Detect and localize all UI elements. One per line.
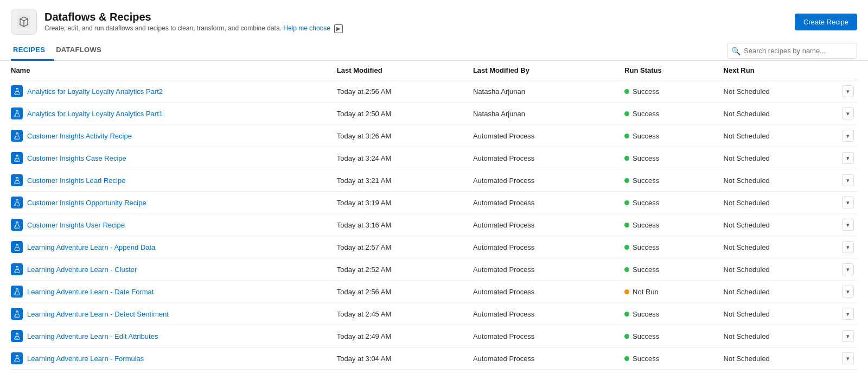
row-dropdown-button[interactable]: ▾: [842, 130, 854, 142]
recipe-icon: [11, 241, 23, 253]
name-cell-content: Customer Insights Opportunity Recipe: [11, 197, 328, 208]
recipe-link[interactable]: Learning Adventure Learn - Date Format: [27, 288, 154, 296]
flask-icon: [14, 244, 21, 251]
next-run-cell: Not Scheduled: [719, 303, 838, 325]
recipe-link[interactable]: Learning Adventure Learn - Edit Attribut…: [27, 332, 158, 340]
name-cell-content: Learning Adventure Learn - Cluster: [11, 263, 328, 275]
recipe-link[interactable]: Customer Insights Activity Recipe: [27, 132, 132, 140]
last-modified-cell: Today at 2:49 AM: [333, 325, 469, 347]
last-modified-by-cell: Natasha Arjunan: [469, 103, 620, 125]
search-input[interactable]: [727, 43, 857, 59]
flask-icon: [14, 110, 21, 117]
action-cell: ▾: [838, 258, 857, 281]
recipe-link[interactable]: Customer Insights Case Recipe: [27, 154, 126, 162]
status-dot: [624, 267, 629, 272]
run-status-cell: Success: [620, 214, 719, 236]
row-dropdown-button[interactable]: ▾: [842, 241, 854, 253]
row-dropdown-button[interactable]: ▾: [842, 263, 854, 275]
name-cell-content: Customer Insights Case Recipe: [11, 152, 328, 164]
recipe-link[interactable]: Analytics for Loyalty Loyalty Analytics …: [27, 110, 163, 118]
recipes-table: Name Last Modified Last Modified By Run …: [11, 61, 857, 373]
recipe-link[interactable]: Analytics for Loyalty Loyalty Analytics …: [27, 87, 163, 96]
col-next-run: Next Run: [719, 61, 838, 80]
row-dropdown-button[interactable]: ▾: [842, 308, 854, 320]
run-status-cell: Success: [620, 125, 719, 147]
svg-point-12: [16, 137, 17, 138]
status-label: Success: [633, 176, 659, 185]
action-cell: ▾: [838, 125, 857, 147]
recipe-name-cell: Learning Adventure Learn - Edit Attribut…: [11, 325, 333, 347]
next-run-cell: Not Scheduled: [719, 169, 838, 192]
col-name: Name: [11, 61, 333, 80]
search-box: 🔍: [727, 43, 857, 59]
row-dropdown-button[interactable]: ▾: [842, 286, 854, 298]
create-recipe-button[interactable]: Create Recipe: [795, 14, 857, 30]
row-dropdown-button[interactable]: ▾: [842, 197, 854, 208]
help-link[interactable]: Help me choose: [283, 24, 330, 32]
flask-icon: [14, 288, 21, 295]
last-modified-cell: Today at 2:50 AM: [333, 103, 469, 125]
status-label: Success: [633, 243, 659, 251]
recipe-name-cell: Learning Adventure Learn - Formulas: [11, 347, 333, 370]
row-dropdown-button[interactable]: ▾: [842, 219, 854, 231]
last-modified-cell: Today at 3:21 AM: [333, 169, 469, 192]
flask-icon: [14, 199, 21, 206]
recipe-link[interactable]: Customer Insights User Recipe: [27, 221, 125, 229]
name-cell-content: Analytics for Loyalty Loyalty Analytics …: [11, 108, 328, 119]
help-icon: ▶: [334, 24, 343, 33]
svg-point-20: [16, 182, 17, 182]
svg-point-36: [16, 271, 17, 271]
status-dot: [624, 156, 629, 161]
recipe-link[interactable]: Learning Adventure Learn - Detect Sentim…: [27, 310, 169, 318]
tab-recipes[interactable]: RECIPES: [11, 41, 54, 61]
action-cell: ▾: [838, 80, 857, 103]
row-dropdown-button[interactable]: ▾: [842, 330, 854, 342]
recipe-name-cell: Learning Adventure Learn - Cluster: [11, 258, 333, 281]
flask-icon: [14, 132, 21, 140]
run-status-cell: Success: [620, 147, 719, 169]
run-status-cell: Success: [620, 258, 719, 281]
run-status-cell: Success: [620, 80, 719, 103]
status-cell-content: Success: [624, 265, 714, 274]
last-modified-cell: Today at 3:26 AM: [333, 125, 469, 147]
flask-icon: [14, 355, 21, 362]
next-run-cell: Not Scheduled: [719, 258, 838, 281]
recipe-link[interactable]: Customer Insights Opportunity Recipe: [27, 199, 146, 207]
recipe-icon: [11, 263, 23, 275]
recipe-name-cell: Customer Insights Lead Recipe: [11, 169, 333, 192]
recipe-link[interactable]: Learning Adventure Learn - Formulas: [27, 355, 144, 363]
next-run-cell: Not Scheduled: [719, 80, 838, 103]
recipe-link[interactable]: Customer Insights Lead Recipe: [27, 176, 125, 185]
svg-point-47: [15, 337, 16, 338]
action-cell: ▾: [838, 169, 857, 192]
svg-point-7: [15, 115, 16, 116]
status-cell-content: Success: [624, 154, 714, 162]
table-row: Learning Adventure Learn - Date Format T…: [11, 281, 857, 303]
recipe-name-cell: Learning Adventure Learn - Join: [11, 370, 333, 374]
svg-point-43: [15, 315, 16, 316]
table-row: Analytics for Loyalty Loyalty Analytics …: [11, 103, 857, 125]
row-dropdown-button[interactable]: ▾: [842, 108, 854, 119]
recipe-name-cell: Analytics for Loyalty Loyalty Analytics …: [11, 80, 333, 103]
status-dot: [624, 289, 629, 294]
row-dropdown-button[interactable]: ▾: [842, 174, 854, 186]
last-modified-cell: Today at 3:16 AM: [333, 214, 469, 236]
status-cell-content: Success: [624, 176, 714, 185]
recipe-link[interactable]: Learning Adventure Learn - Append Data: [27, 243, 155, 251]
action-cell: ▾: [838, 370, 857, 374]
action-cell: ▾: [838, 281, 857, 303]
status-dot: [624, 89, 629, 94]
last-modified-by-cell: Automated Process: [469, 370, 620, 374]
row-dropdown-button[interactable]: ▾: [842, 152, 854, 164]
tabs-bar: RECIPES DATAFLOWS 🔍: [0, 35, 868, 61]
dataflows-icon: [16, 14, 31, 29]
flask-icon: [14, 155, 21, 162]
run-status-cell: Success: [620, 325, 719, 347]
status-cell-content: Success: [624, 310, 714, 318]
recipe-link[interactable]: Learning Adventure Learn - Cluster: [27, 265, 137, 274]
svg-point-24: [16, 204, 17, 205]
flask-icon: [14, 177, 21, 184]
row-dropdown-button[interactable]: ▾: [842, 85, 854, 97]
tab-dataflows[interactable]: DATAFLOWS: [54, 41, 110, 61]
row-dropdown-button[interactable]: ▾: [842, 352, 854, 364]
